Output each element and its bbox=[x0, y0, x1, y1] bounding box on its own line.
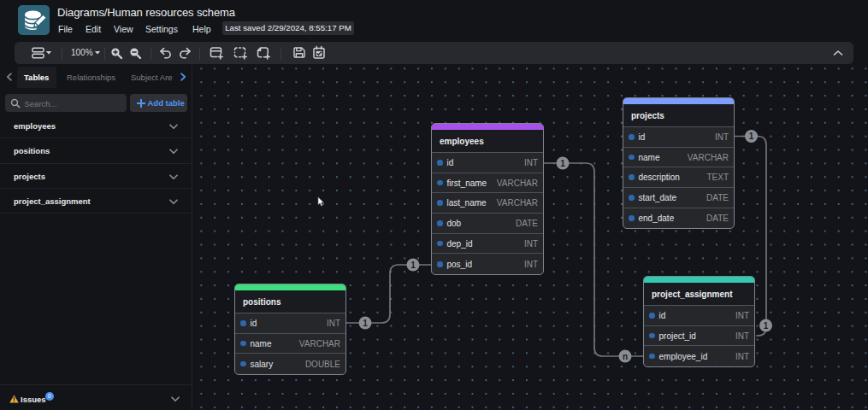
svg-text:1: 1 bbox=[410, 261, 416, 270]
svg-text:n: n bbox=[623, 352, 628, 361]
svg-text:1: 1 bbox=[363, 319, 368, 328]
svg-text:1: 1 bbox=[560, 159, 565, 168]
svg-text:1: 1 bbox=[764, 321, 769, 331]
svg-text:1: 1 bbox=[749, 132, 754, 141]
